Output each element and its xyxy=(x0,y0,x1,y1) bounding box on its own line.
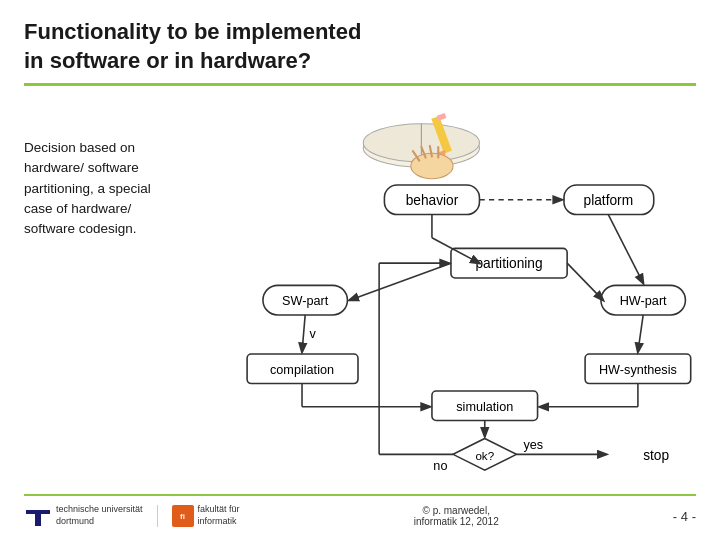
ok-label: ok? xyxy=(475,449,494,462)
illustration xyxy=(363,113,479,179)
footer-left: technische universität dortmund fi fakul… xyxy=(24,502,240,530)
simulation-label: simulation xyxy=(456,400,513,414)
arrow-part-sw xyxy=(350,263,451,300)
footer-divider xyxy=(157,505,158,527)
svg-rect-5 xyxy=(437,113,447,121)
arrow-sw-comp xyxy=(302,315,305,352)
fi-logo: fi fakultät für informatik xyxy=(172,504,240,527)
fi-icon: fi xyxy=(172,505,194,527)
compilation-label: compilation xyxy=(270,363,334,377)
sw-part-label: SW-part xyxy=(282,295,329,309)
slide: Functionality to be implemented in softw… xyxy=(0,0,720,540)
title-area: Functionality to be implemented in softw… xyxy=(24,18,696,86)
arrow-hw-synth xyxy=(638,315,643,352)
behavior-label: behavior xyxy=(406,193,459,208)
platform-label: platform xyxy=(584,193,634,208)
page-number: - 4 - xyxy=(673,509,696,524)
hw-synthesis-label: HW-synthesis xyxy=(599,363,677,377)
no-label: no xyxy=(433,459,447,473)
title-line1: Functionality to be implemented xyxy=(24,19,361,44)
partitioning-label: partitioning xyxy=(475,257,542,272)
tu-icon xyxy=(24,502,52,530)
diagram-area: behavior platform partitioning SW-part H… xyxy=(189,98,696,494)
tu-name-text: technische universität dortmund xyxy=(56,504,143,527)
stop-label: stop xyxy=(643,448,669,463)
footer: technische universität dortmund fi fakul… xyxy=(24,494,696,530)
diagram-svg: behavior platform partitioning SW-part H… xyxy=(189,98,696,494)
hw-part-label: HW-part xyxy=(620,295,667,309)
yes-label: yes xyxy=(523,438,543,452)
slide-title: Functionality to be implemented in softw… xyxy=(24,18,696,75)
left-description: Decision based on hardware/ software par… xyxy=(24,98,179,494)
footer-copyright: © p. marwedel, informatik 12, 2012 xyxy=(414,505,499,527)
arrow-plat-hw xyxy=(608,215,643,284)
title-line2: in software or in hardware? xyxy=(24,48,311,73)
fi-name-text: fakultät für informatik xyxy=(198,504,240,527)
arrow-part-hw xyxy=(567,263,603,300)
v-label: v xyxy=(309,327,316,341)
content-area: Decision based on hardware/ software par… xyxy=(24,98,696,494)
svg-rect-12 xyxy=(35,510,41,526)
tu-logo: technische universität dortmund xyxy=(24,502,143,530)
